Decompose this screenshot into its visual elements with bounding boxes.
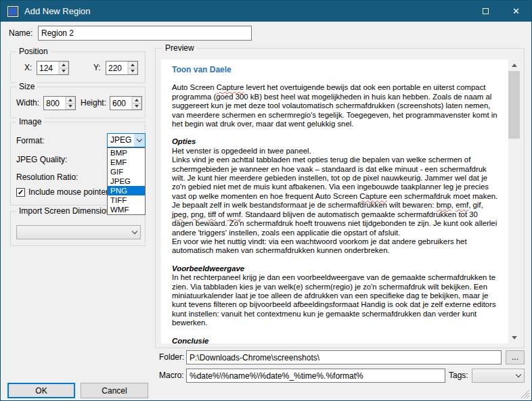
y-stepper[interactable]	[106, 61, 138, 75]
import-screen-dimensions-group: Import Screen Dimensions	[10, 211, 146, 246]
ok-button[interactable]: OK	[7, 383, 75, 398]
width-input[interactable]	[44, 97, 65, 110]
chevron-down-icon	[516, 372, 521, 377]
include-mouse-pointer-label: Include mouse pointer	[28, 185, 108, 199]
close-button[interactable]: ✕	[501, 1, 531, 22]
size-group-title: Size	[16, 82, 37, 91]
chevron-down-icon	[132, 229, 137, 234]
preview-header: Voorbeeldweergave	[172, 264, 499, 273]
preview-group: Preview Toon van DaeleAuto Screen Captur…	[155, 48, 525, 348]
size-group: Size Width: Height:	[10, 87, 146, 118]
import-screen-dimensions-title: Import Screen Dimensions	[16, 206, 117, 216]
folder-label: Folder:	[159, 350, 182, 364]
width-stepper[interactable]	[43, 96, 76, 110]
y-spin-up-button[interactable]	[128, 62, 137, 68]
arrow-down-icon	[62, 70, 66, 72]
format-option-jpeg[interactable]: JPEG	[108, 176, 145, 186]
height-label: Height:	[81, 96, 106, 110]
jpeg-quality-label: JPEG Quality:	[16, 153, 67, 167]
window-title: Add New Region	[24, 1, 91, 22]
format-option-emf[interactable]: EMF	[108, 158, 145, 167]
image-group: Image Format: JPEG BMPEMFGIFJPEGPNGTIFFW…	[10, 122, 146, 206]
x-input[interactable]	[37, 62, 58, 74]
format-combobox-value: JPEG	[110, 134, 131, 147]
scroll-up-button[interactable]	[508, 60, 520, 71]
close-icon: ✕	[512, 6, 520, 16]
y-label: Y:	[93, 61, 101, 75]
import-screen-dimensions-combobox[interactable]	[16, 225, 141, 239]
format-option-bmp[interactable]: BMP	[108, 148, 145, 158]
preview-content: Toon van DaeleAuto Screen Capture levert…	[172, 66, 499, 344]
x-spin-up-button[interactable]	[59, 62, 68, 68]
position-group: Position X: Y:	[10, 51, 146, 83]
resize-grip[interactable]	[521, 390, 530, 399]
arrow-up-icon	[131, 64, 135, 66]
format-option-gif[interactable]: GIF	[108, 167, 145, 176]
arrow-down-icon	[131, 70, 135, 72]
width-spin-down-button[interactable]	[66, 103, 75, 110]
app-icon	[7, 6, 18, 17]
scroll-down-button[interactable]	[508, 332, 520, 344]
name-label: Name:	[9, 26, 32, 41]
preview-header: Opties	[172, 137, 499, 146]
y-input[interactable]	[106, 62, 127, 74]
resolution-ratio-label: Resolution Ratio:	[16, 170, 78, 185]
app-icon-blue-square	[8, 7, 18, 16]
position-group-title: Position	[16, 47, 51, 56]
name-input[interactable]	[38, 26, 252, 41]
format-combobox[interactable]: JPEG	[107, 133, 146, 147]
checkmark-icon: ✓	[18, 189, 24, 196]
chevron-down-icon	[137, 137, 142, 142]
cancel-button[interactable]: Cancel	[81, 383, 148, 398]
arrow-up-icon	[512, 64, 517, 67]
preview-para: In het rechterpaneel krijg je dan een vo…	[172, 273, 499, 327]
arrow-down-icon	[68, 105, 72, 108]
preview-para: Auto Screen Capture levert het overtuige…	[172, 83, 499, 128]
maximize-icon	[483, 8, 489, 14]
preview-title: Toon van Daele	[172, 66, 499, 74]
arrow-up-icon	[135, 99, 139, 101]
preview-header: Conclusie	[172, 337, 499, 344]
macro-input[interactable]	[186, 369, 445, 383]
height-stepper[interactable]	[110, 96, 142, 110]
y-spin-down-button[interactable]	[128, 68, 137, 75]
preview-scrollbar[interactable]	[508, 60, 520, 344]
format-label: Format:	[16, 134, 44, 148]
preview-richtext[interactable]: Toon van DaeleAuto Screen Capture levert…	[161, 60, 520, 344]
width-label: Width:	[16, 96, 39, 110]
scrollbar-thumb[interactable]	[508, 71, 520, 139]
format-option-png[interactable]: PNG	[108, 186, 145, 195]
tags-combobox[interactable]	[472, 369, 525, 383]
arrow-down-icon	[512, 336, 517, 339]
image-group-title: Image	[16, 117, 44, 126]
browse-folder-button[interactable]: ...	[506, 350, 525, 364]
arrow-up-icon	[62, 64, 66, 66]
width-spin-up-button[interactable]	[66, 97, 75, 103]
height-spin-up-button[interactable]	[132, 97, 141, 103]
arrow-up-icon	[68, 99, 72, 101]
folder-input[interactable]	[186, 350, 502, 364]
format-option-tiff[interactable]: TIFF	[108, 195, 145, 205]
format-dropdown-list: BMPEMFGIFJPEGPNGTIFFWMF	[107, 147, 146, 215]
macro-label: Macro:	[159, 369, 182, 383]
include-mouse-pointer-checkbox[interactable]: ✓	[16, 188, 25, 197]
x-label: X:	[24, 61, 32, 75]
titlebar[interactable]: Add New Region ✕	[1, 1, 531, 22]
x-spin-down-button[interactable]	[59, 68, 68, 75]
tags-label: Tags:	[449, 369, 468, 383]
preview-para: Het venster is opgedeeld in twee paneel.…	[172, 147, 499, 256]
add-new-region-dialog: Add New Region ✕ Name: Position X: Y:	[0, 0, 532, 401]
preview-group-title: Preview	[162, 43, 197, 53]
maximize-button[interactable]	[470, 1, 501, 22]
format-option-wmf[interactable]: WMF	[108, 205, 145, 214]
arrow-down-icon	[135, 105, 139, 108]
x-stepper[interactable]	[37, 61, 69, 75]
height-spin-down-button[interactable]	[132, 103, 141, 110]
height-input[interactable]	[110, 97, 131, 110]
